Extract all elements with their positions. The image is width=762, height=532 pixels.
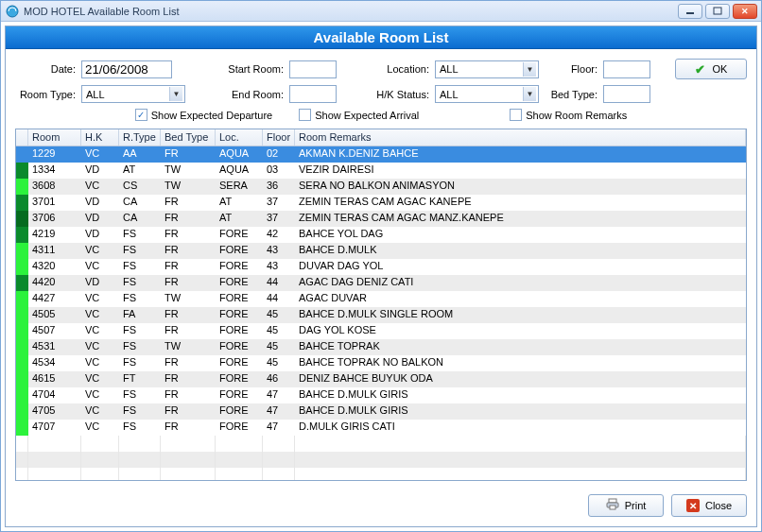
cell-floor: 47	[263, 387, 295, 403]
cell-loc: FORE	[216, 243, 263, 259]
table-row[interactable]: 4534VCFSFRFORE45BAHCE TOPRAK NO BALKON	[16, 355, 746, 371]
hkstatus-select[interactable]: ALL ▼	[435, 85, 539, 103]
table-row[interactable]: 4505VCFAFRFORE45BAHCE D.MULK SINGLE ROOM	[16, 307, 746, 323]
cell-bed: FR	[161, 403, 216, 420]
cell-room: 4705	[28, 403, 81, 420]
location-select[interactable]: ALL ▼	[435, 60, 539, 78]
grid-body[interactable]: 1229VCAAFRAQUA02AKMAN K.DENIZ BAHCE1334V…	[16, 146, 746, 480]
cell-room: 3706	[28, 211, 81, 227]
show-departure-checkbox[interactable]: ✓	[135, 109, 147, 121]
floor-input[interactable]	[603, 60, 650, 78]
cell-loc: FORE	[216, 403, 263, 420]
cell-rtype: FS	[119, 323, 161, 339]
cell-room: 4615	[28, 371, 81, 387]
minimize-button[interactable]	[678, 4, 702, 19]
col-rtype[interactable]: R.Type	[119, 129, 161, 146]
row-marker	[16, 195, 28, 211]
cell-remarks: AGAC DUVAR	[295, 291, 746, 307]
cell-rtype: FS	[119, 291, 161, 307]
cell-remarks: BAHCE YOL DAG	[295, 227, 746, 243]
col-hk[interactable]: H.K	[81, 129, 119, 146]
table-row-empty	[16, 468, 746, 480]
show-arrival-checkbox[interactable]	[299, 109, 311, 121]
col-marker[interactable]	[16, 129, 28, 146]
cell-hk: VC	[81, 339, 119, 355]
cell-hk: VC	[81, 323, 119, 339]
show-remarks-checkbox[interactable]	[510, 109, 522, 121]
table-row[interactable]: 4311VCFSFRFORE43BAHCE D.MULK	[16, 243, 746, 259]
cell-bed: TW	[161, 163, 216, 179]
date-input[interactable]	[81, 60, 172, 78]
col-remarks[interactable]: Room Remarks	[295, 129, 746, 146]
print-button[interactable]: Print	[588, 494, 664, 517]
cell-room: 1229	[28, 146, 81, 163]
cell-loc: FORE	[216, 291, 263, 307]
filter-pane: Date: Start Room: Location: ALL ▼ Floor:…	[6, 49, 756, 127]
startroom-input[interactable]	[289, 60, 337, 78]
cell-loc: AQUA	[216, 146, 263, 163]
table-row[interactable]: 1229VCAAFRAQUA02AKMAN K.DENIZ BAHCE	[16, 146, 746, 163]
roomtype-label: Room Type:	[15, 89, 81, 100]
row-marker	[16, 275, 28, 291]
table-row[interactable]: 4615VCFTFRFORE46DENIZ BAHCE BUYUK ODA	[16, 371, 746, 387]
cell-loc: FORE	[216, 339, 263, 355]
close-button[interactable]: ✕ Close	[671, 494, 747, 517]
cell-loc: SERA	[216, 179, 263, 195]
cell-hk: VD	[81, 163, 119, 179]
cell-loc: AT	[216, 211, 263, 227]
table-row[interactable]: 4219VDFSFRFORE42BAHCE YOL DAG	[16, 227, 746, 243]
endroom-input[interactable]	[289, 85, 337, 103]
cell-room: 4320	[28, 259, 81, 275]
room-grid: Room H.K R.Type Bed Type Loc. Floor Room…	[15, 129, 747, 481]
cell-rtype: FS	[119, 259, 161, 275]
table-row[interactable]: 4707VCFSFRFORE47D.MULK GIRIS CATI	[16, 420, 746, 436]
table-row[interactable]: 3608VCCSTWSERA36SERA NO BALKON ANIMASYON	[16, 179, 746, 195]
row-marker	[16, 179, 28, 195]
table-row[interactable]: 4320VCFSFRFORE43DUVAR DAG YOL	[16, 259, 746, 275]
show-departure-label: Show Expected Departure	[151, 110, 272, 121]
cell-floor: 45	[263, 355, 295, 371]
page-title-bar: Available Room List	[6, 26, 756, 49]
maximize-button[interactable]	[705, 4, 730, 19]
cell-hk: VC	[81, 371, 119, 387]
cell-bed: TW	[161, 339, 216, 355]
cell-loc: FORE	[216, 387, 263, 403]
table-row[interactable]: 4507VCFSFRFORE45DAG YOL KOSE	[16, 323, 746, 339]
table-row[interactable]: 4427VCFSTWFORE44AGAC DUVAR	[16, 291, 746, 307]
cell-hk: VC	[81, 291, 119, 307]
table-row-empty	[16, 436, 746, 452]
row-marker	[16, 307, 28, 323]
table-row-empty	[16, 452, 746, 468]
app-icon	[5, 4, 20, 19]
col-bedtype[interactable]: Bed Type	[161, 129, 216, 146]
cell-hk: VC	[81, 307, 119, 323]
table-row[interactable]: 4420VDFSFRFORE44AGAC DAG DENIZ CATI	[16, 275, 746, 291]
cell-room: 4505	[28, 307, 81, 323]
row-marker	[16, 420, 28, 436]
cell-remarks: BAHCE TOPRAK	[295, 339, 746, 355]
col-floor[interactable]: Floor	[263, 129, 295, 146]
cell-loc: AT	[216, 195, 263, 211]
svg-rect-5	[610, 506, 615, 509]
cell-remarks: VEZIR DAIRESI	[295, 163, 746, 179]
cell-room: 4507	[28, 323, 81, 339]
bedtype-input[interactable]	[603, 85, 650, 103]
cell-rtype: FS	[119, 355, 161, 371]
table-row[interactable]: 3706VDCAFRAT37ZEMIN TERAS CAM AGAC MANZ.…	[16, 211, 746, 227]
table-row[interactable]: 4705VCFSFRFORE47BAHCE D.MULK GIRIS	[16, 403, 746, 420]
cell-floor: 45	[263, 323, 295, 339]
cell-hk: VD	[81, 227, 119, 243]
table-row[interactable]: 1334VDATTWAQUA03VEZIR DAIRESI	[16, 163, 746, 179]
table-row[interactable]: 4531VCFSTWFORE45BAHCE TOPRAK	[16, 339, 746, 355]
table-row[interactable]: 3701VDCAFRAT37ZEMIN TERAS CAM AGAC KANEP…	[16, 195, 746, 211]
app-window: MOD HOTEL Available Room List ✕ Availabl…	[0, 0, 762, 532]
table-row[interactable]: 4704VCFSFRFORE47BAHCE D.MULK GIRIS	[16, 387, 746, 403]
cell-loc: FORE	[216, 307, 263, 323]
window-close-button[interactable]: ✕	[733, 4, 757, 19]
col-loc[interactable]: Loc.	[216, 129, 263, 146]
ok-button[interactable]: ✔ OK	[675, 59, 747, 79]
cell-rtype: CS	[119, 179, 161, 195]
col-room[interactable]: Room	[28, 129, 81, 146]
cell-loc: FORE	[216, 275, 263, 291]
roomtype-select[interactable]: ALL ▼	[81, 85, 185, 103]
